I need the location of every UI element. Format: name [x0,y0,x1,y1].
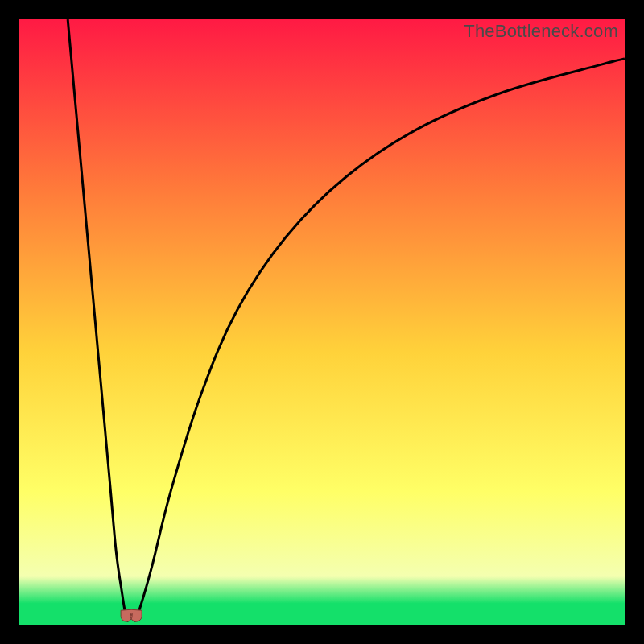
plot-area: TheBottleneck.com [19,19,625,625]
minimum-marker [19,19,625,625]
u-notch-icon [121,609,142,621]
watermark-text: TheBottleneck.com [464,21,618,42]
outer-frame: TheBottleneck.com [0,0,644,644]
